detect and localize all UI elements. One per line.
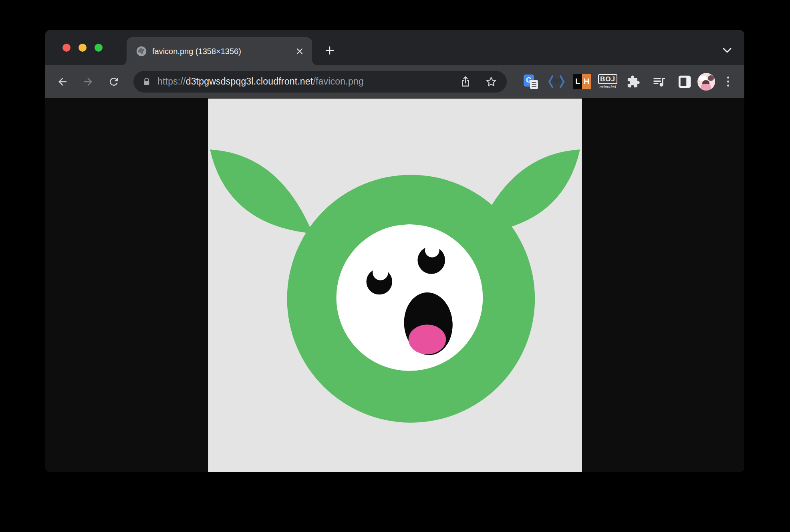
leethub-l-letter: L	[573, 74, 582, 89]
extensions-row: G L H BOJ extended	[518, 65, 741, 98]
browser-menu-kebab-icon[interactable]	[715, 65, 741, 98]
tab-favicon-png[interactable]: favicon.png (1358×1356)	[127, 37, 312, 65]
tab-close-icon[interactable]	[294, 45, 306, 57]
url-host: d3tpgwsdspqg3l.cloudfront.net	[186, 76, 313, 87]
traffic-light-zoom-button[interactable]	[95, 44, 103, 52]
creature-right-eye-highlight	[425, 243, 439, 258]
new-tab-button[interactable]	[322, 43, 337, 58]
avatar-second-character	[708, 75, 714, 81]
boj-sublabel: extended	[599, 85, 616, 89]
globe-icon	[136, 46, 147, 56]
url-text: https://d3tpgwsdspqg3l.cloudfront.net/fa…	[157, 76, 459, 87]
page-content	[45, 98, 744, 472]
boj-extended-extension-icon[interactable]: BOJ extended	[595, 65, 621, 98]
side-panel-icon[interactable]	[672, 65, 697, 98]
lock-icon[interactable]	[142, 77, 151, 87]
traffic-light-minimize-button[interactable]	[79, 44, 87, 52]
tab-title: favicon.png (1358×1356)	[152, 47, 288, 56]
browser-window: favicon.png (1358×1356)	[45, 30, 744, 472]
boj-label: BOJ	[598, 74, 617, 84]
back-button[interactable]	[52, 71, 73, 93]
avatar-main-character-body	[701, 84, 711, 91]
translate-text-lines	[530, 80, 538, 89]
reload-button[interactable]	[103, 71, 125, 93]
forward-button[interactable]	[77, 71, 99, 93]
extensions-puzzle-icon[interactable]	[621, 65, 646, 98]
tab-strip: favicon.png (1358×1356)	[45, 30, 744, 65]
code-brackets-cat-extension-icon[interactable]	[544, 65, 569, 98]
url-path: /favicon.png	[313, 76, 363, 87]
traffic-light-close-button[interactable]	[62, 44, 71, 52]
share-icon[interactable]	[459, 75, 472, 89]
favicon-image[interactable]	[208, 99, 582, 472]
playlist-music-icon[interactable]	[646, 65, 672, 98]
address-bar[interactable]: https://d3tpgwsdspqg3l.cloudfront.net/fa…	[133, 71, 507, 93]
creature-illustration	[208, 99, 582, 472]
google-translate-extension-icon[interactable]: G	[518, 65, 544, 98]
leethub-h-letter: H	[582, 74, 591, 89]
creature-left-eye-highlight	[373, 265, 388, 280]
tab-search-chevron-icon[interactable]	[721, 45, 734, 56]
leethub-extension-icon[interactable]: L H	[569, 65, 595, 98]
creature-tongue	[409, 324, 446, 354]
bookmark-star-icon[interactable]	[484, 75, 498, 89]
profile-avatar[interactable]	[697, 73, 715, 91]
creature-face	[337, 224, 483, 371]
url-scheme: https://	[157, 76, 186, 87]
